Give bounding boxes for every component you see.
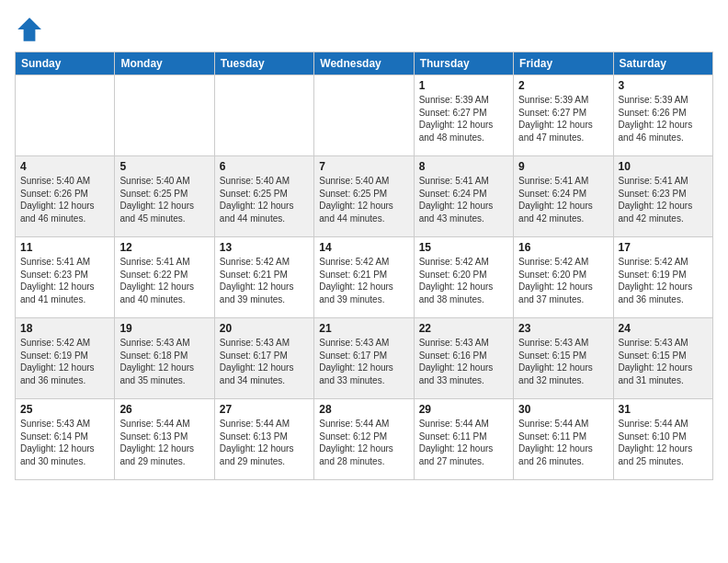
day-info: Sunrise: 5:42 AM Sunset: 6:20 PM Dayligh… — [419, 256, 508, 305]
day-info: Sunrise: 5:44 AM Sunset: 6:12 PM Dayligh… — [319, 418, 408, 467]
day-number: 13 — [220, 241, 309, 254]
day-info: Sunrise: 5:42 AM Sunset: 6:19 PM Dayligh… — [20, 337, 109, 386]
header-wednesday: Wednesday — [314, 52, 414, 75]
calendar-cell: 18Sunrise: 5:42 AM Sunset: 6:19 PM Dayli… — [16, 318, 115, 399]
calendar-cell — [115, 75, 214, 156]
logo — [15, 15, 48, 44]
calendar-cell: 11Sunrise: 5:41 AM Sunset: 6:23 PM Dayli… — [16, 237, 115, 318]
day-number: 27 — [220, 403, 309, 416]
day-info: Sunrise: 5:44 AM Sunset: 6:10 PM Dayligh… — [619, 418, 708, 467]
day-info: Sunrise: 5:43 AM Sunset: 6:14 PM Dayligh… — [20, 418, 109, 467]
calendar-week-1: 1Sunrise: 5:39 AM Sunset: 6:27 PM Daylig… — [16, 75, 713, 156]
calendar-cell: 14Sunrise: 5:42 AM Sunset: 6:21 PM Dayli… — [314, 237, 414, 318]
calendar-cell: 20Sunrise: 5:43 AM Sunset: 6:17 PM Dayli… — [214, 318, 313, 399]
day-info: Sunrise: 5:41 AM Sunset: 6:22 PM Dayligh… — [119, 256, 209, 305]
day-info: Sunrise: 5:40 AM Sunset: 6:25 PM Dayligh… — [119, 175, 209, 224]
day-number: 16 — [518, 241, 608, 254]
day-info: Sunrise: 5:43 AM Sunset: 6:15 PM Dayligh… — [518, 337, 608, 386]
header-thursday: Thursday — [414, 52, 513, 75]
day-number: 14 — [319, 241, 408, 254]
day-info: Sunrise: 5:41 AM Sunset: 6:23 PM Dayligh… — [619, 175, 708, 224]
day-info: Sunrise: 5:44 AM Sunset: 6:13 PM Dayligh… — [220, 418, 309, 467]
calendar-cell: 26Sunrise: 5:44 AM Sunset: 6:13 PM Dayli… — [115, 399, 214, 480]
calendar-cell: 13Sunrise: 5:42 AM Sunset: 6:21 PM Dayli… — [214, 237, 313, 318]
day-info: Sunrise: 5:44 AM Sunset: 6:11 PM Dayligh… — [419, 418, 508, 467]
calendar-cell: 25Sunrise: 5:43 AM Sunset: 6:14 PM Dayli… — [16, 399, 115, 480]
calendar-cell: 30Sunrise: 5:44 AM Sunset: 6:11 PM Dayli… — [514, 399, 613, 480]
day-info: Sunrise: 5:39 AM Sunset: 6:26 PM Dayligh… — [619, 94, 708, 144]
calendar-cell: 3Sunrise: 5:39 AM Sunset: 6:26 PM Daylig… — [613, 75, 712, 156]
day-info: Sunrise: 5:41 AM Sunset: 6:24 PM Dayligh… — [419, 175, 508, 224]
calendar-week-2: 4Sunrise: 5:40 AM Sunset: 6:26 PM Daylig… — [16, 156, 713, 237]
day-number: 24 — [619, 322, 708, 335]
day-number: 20 — [220, 322, 309, 335]
calendar-cell: 16Sunrise: 5:42 AM Sunset: 6:20 PM Dayli… — [514, 237, 613, 318]
header-monday: Monday — [115, 52, 214, 75]
day-number: 19 — [119, 322, 209, 335]
day-number: 2 — [518, 79, 608, 92]
calendar-cell: 15Sunrise: 5:42 AM Sunset: 6:20 PM Dayli… — [414, 237, 513, 318]
calendar-cell: 22Sunrise: 5:43 AM Sunset: 6:16 PM Dayli… — [414, 318, 513, 399]
day-number: 25 — [20, 403, 109, 416]
header-sunday: Sunday — [16, 52, 115, 75]
day-info: Sunrise: 5:40 AM Sunset: 6:26 PM Dayligh… — [20, 175, 109, 224]
calendar-cell: 1Sunrise: 5:39 AM Sunset: 6:27 PM Daylig… — [414, 75, 513, 156]
day-number: 30 — [518, 403, 608, 416]
page-header — [15, 15, 713, 44]
day-info: Sunrise: 5:40 AM Sunset: 6:25 PM Dayligh… — [319, 175, 408, 224]
calendar-cell: 28Sunrise: 5:44 AM Sunset: 6:12 PM Dayli… — [314, 399, 414, 480]
day-info: Sunrise: 5:43 AM Sunset: 6:18 PM Dayligh… — [119, 337, 209, 386]
calendar-cell: 21Sunrise: 5:43 AM Sunset: 6:17 PM Dayli… — [314, 318, 414, 399]
calendar-cell: 29Sunrise: 5:44 AM Sunset: 6:11 PM Dayli… — [414, 399, 513, 480]
day-info: Sunrise: 5:44 AM Sunset: 6:11 PM Dayligh… — [518, 418, 608, 467]
day-number: 12 — [119, 241, 209, 254]
calendar-cell: 27Sunrise: 5:44 AM Sunset: 6:13 PM Dayli… — [214, 399, 313, 480]
calendar-cell: 24Sunrise: 5:43 AM Sunset: 6:15 PM Dayli… — [613, 318, 712, 399]
day-number: 9 — [518, 160, 608, 173]
calendar-cell — [214, 75, 313, 156]
day-number: 28 — [319, 403, 408, 416]
day-number: 26 — [119, 403, 209, 416]
day-info: Sunrise: 5:41 AM Sunset: 6:23 PM Dayligh… — [20, 256, 109, 305]
day-number: 7 — [319, 160, 408, 173]
day-info: Sunrise: 5:44 AM Sunset: 6:13 PM Dayligh… — [119, 418, 209, 467]
calendar-cell: 10Sunrise: 5:41 AM Sunset: 6:23 PM Dayli… — [613, 156, 712, 237]
calendar-cell: 2Sunrise: 5:39 AM Sunset: 6:27 PM Daylig… — [514, 75, 613, 156]
day-number: 15 — [419, 241, 508, 254]
day-number: 10 — [619, 160, 708, 173]
day-number: 21 — [319, 322, 408, 335]
day-info: Sunrise: 5:41 AM Sunset: 6:24 PM Dayligh… — [518, 175, 608, 224]
calendar-table: SundayMondayTuesdayWednesdayThursdayFrid… — [15, 52, 713, 480]
day-info: Sunrise: 5:39 AM Sunset: 6:27 PM Dayligh… — [419, 94, 508, 144]
day-number: 4 — [20, 160, 109, 173]
header-friday: Friday — [514, 52, 613, 75]
day-number: 23 — [518, 322, 608, 335]
day-info: Sunrise: 5:42 AM Sunset: 6:21 PM Dayligh… — [220, 256, 309, 305]
day-info: Sunrise: 5:42 AM Sunset: 6:19 PM Dayligh… — [619, 256, 708, 305]
day-number: 3 — [619, 79, 708, 92]
day-number: 18 — [20, 322, 109, 335]
calendar-cell: 12Sunrise: 5:41 AM Sunset: 6:22 PM Dayli… — [115, 237, 214, 318]
calendar-cell: 19Sunrise: 5:43 AM Sunset: 6:18 PM Dayli… — [115, 318, 214, 399]
calendar-cell — [314, 75, 414, 156]
day-info: Sunrise: 5:42 AM Sunset: 6:20 PM Dayligh… — [518, 256, 608, 305]
day-info: Sunrise: 5:43 AM Sunset: 6:17 PM Dayligh… — [319, 337, 408, 386]
calendar-cell: 17Sunrise: 5:42 AM Sunset: 6:19 PM Dayli… — [613, 237, 712, 318]
day-number: 29 — [419, 403, 508, 416]
day-number: 5 — [119, 160, 209, 173]
day-number: 8 — [419, 160, 508, 173]
calendar-cell: 7Sunrise: 5:40 AM Sunset: 6:25 PM Daylig… — [314, 156, 414, 237]
calendar-week-4: 18Sunrise: 5:42 AM Sunset: 6:19 PM Dayli… — [16, 318, 713, 399]
header-saturday: Saturday — [613, 52, 712, 75]
calendar-cell: 23Sunrise: 5:43 AM Sunset: 6:15 PM Dayli… — [514, 318, 613, 399]
logo-icon — [15, 15, 44, 44]
day-number: 31 — [619, 403, 708, 416]
day-info: Sunrise: 5:40 AM Sunset: 6:25 PM Dayligh… — [220, 175, 309, 224]
day-number: 6 — [220, 160, 309, 173]
day-info: Sunrise: 5:43 AM Sunset: 6:17 PM Dayligh… — [220, 337, 309, 386]
calendar-cell — [16, 75, 115, 156]
calendar-cell: 6Sunrise: 5:40 AM Sunset: 6:25 PM Daylig… — [214, 156, 313, 237]
day-number: 1 — [419, 79, 508, 92]
calendar-cell: 9Sunrise: 5:41 AM Sunset: 6:24 PM Daylig… — [514, 156, 613, 237]
calendar-cell: 8Sunrise: 5:41 AM Sunset: 6:24 PM Daylig… — [414, 156, 513, 237]
